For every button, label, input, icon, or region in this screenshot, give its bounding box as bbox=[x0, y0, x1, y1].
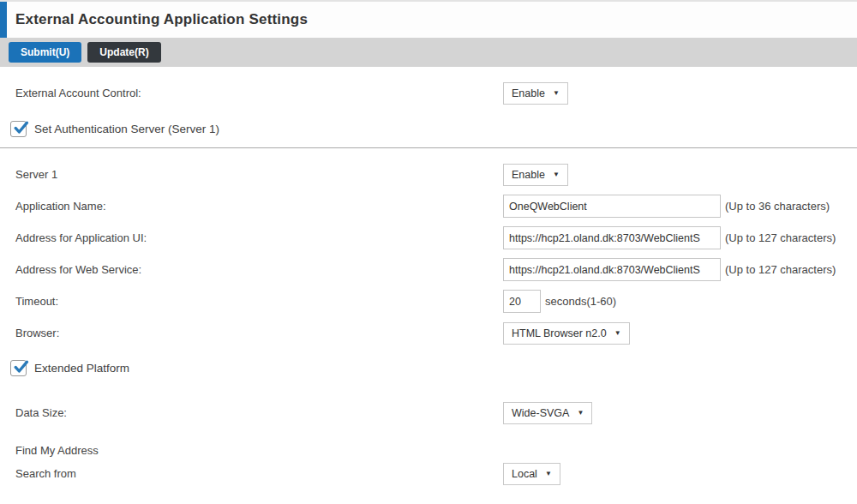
external-account-control-value: Enable bbox=[512, 87, 545, 99]
address-web-service-hint: (Up to 127 characters) bbox=[725, 263, 836, 276]
external-account-control-label: External Account Control: bbox=[15, 87, 503, 99]
chevron-down-icon: ▼ bbox=[614, 330, 621, 337]
checkmark-icon bbox=[12, 358, 29, 375]
update-button[interactable]: Update(R) bbox=[87, 42, 160, 63]
row-set-auth-server: Set Authentication Server (Server 1) bbox=[10, 121, 857, 137]
server1-value: Enable bbox=[512, 169, 545, 181]
set-auth-server-checkbox[interactable] bbox=[10, 121, 27, 137]
browser-value: HTML Browser n2.0 bbox=[512, 327, 607, 339]
row-external-account-control: External Account Control: Enable ▼ bbox=[15, 81, 857, 105]
find-my-address-label: Find My Address bbox=[15, 444, 99, 457]
address-application-ui-hint: (Up to 127 characters) bbox=[725, 231, 836, 244]
browser-select[interactable]: HTML Browser n2.0 ▼ bbox=[503, 322, 630, 345]
data-size-value: Wide-SVGA bbox=[512, 407, 569, 419]
timeout-input[interactable] bbox=[503, 290, 541, 313]
chevron-down-icon: ▼ bbox=[545, 471, 552, 477]
chevron-down-icon: ▼ bbox=[553, 90, 560, 97]
search-from-value: Local bbox=[512, 468, 537, 480]
row-address-web-service: Address for Web Service: (Up to 127 char… bbox=[15, 258, 857, 281]
page-title: External Accounting Application Settings bbox=[15, 11, 308, 28]
chevron-down-icon: ▼ bbox=[577, 410, 584, 417]
application-name-label: Application Name: bbox=[15, 200, 503, 213]
application-name-input[interactable] bbox=[503, 195, 721, 218]
row-data-size: Data Size: Wide-SVGA ▼ bbox=[15, 401, 857, 424]
submit-button[interactable]: Submit(U) bbox=[9, 42, 81, 63]
data-size-select[interactable]: Wide-SVGA ▼ bbox=[503, 402, 592, 424]
browser-label: Browser: bbox=[15, 327, 503, 339]
row-timeout: Timeout: seconds(1-60) bbox=[15, 290, 857, 313]
timeout-label: Timeout: bbox=[15, 295, 503, 308]
row-server1: Server 1 Enable ▼ bbox=[15, 163, 857, 186]
external-account-control-select[interactable]: Enable ▼ bbox=[503, 82, 568, 105]
set-auth-server-label: Set Authentication Server (Server 1) bbox=[34, 123, 219, 135]
row-extended-platform: Extended Platform bbox=[10, 360, 857, 376]
address-web-service-input[interactable] bbox=[503, 258, 721, 281]
section-divider bbox=[0, 147, 857, 148]
row-browser: Browser: HTML Browser n2.0 ▼ bbox=[15, 321, 857, 345]
extended-platform-checkbox[interactable] bbox=[10, 360, 27, 376]
title-bar: External Accounting Application Settings bbox=[0, 2, 857, 38]
application-name-hint: (Up to 36 characters) bbox=[725, 200, 830, 213]
address-application-ui-input[interactable] bbox=[503, 226, 721, 249]
timeout-hint: seconds(1-60) bbox=[545, 295, 616, 308]
address-web-service-label: Address for Web Service: bbox=[15, 263, 503, 276]
toolbar: Submit(U) Update(R) bbox=[0, 38, 857, 67]
chevron-down-icon: ▼ bbox=[553, 171, 560, 178]
search-from-select[interactable]: Local ▼ bbox=[503, 463, 560, 485]
search-from-label: Search from bbox=[15, 467, 503, 480]
accent-bar bbox=[0, 2, 7, 38]
server1-select[interactable]: Enable ▼ bbox=[503, 164, 568, 186]
settings-form: External Account Control: Enable ▼ Set A… bbox=[0, 81, 857, 485]
extended-platform-label: Extended Platform bbox=[34, 362, 129, 375]
server1-label: Server 1 bbox=[15, 168, 503, 181]
data-size-label: Data Size: bbox=[15, 406, 503, 419]
address-application-ui-label: Address for Application UI: bbox=[15, 231, 503, 244]
row-find-my-address: Find My Address bbox=[15, 443, 857, 457]
checkmark-icon bbox=[12, 119, 29, 136]
row-search-from: Search from Local ▼ bbox=[15, 462, 857, 485]
row-application-name: Application Name: (Up to 36 characters) bbox=[15, 195, 857, 218]
row-address-application-ui: Address for Application UI: (Up to 127 c… bbox=[15, 226, 857, 249]
